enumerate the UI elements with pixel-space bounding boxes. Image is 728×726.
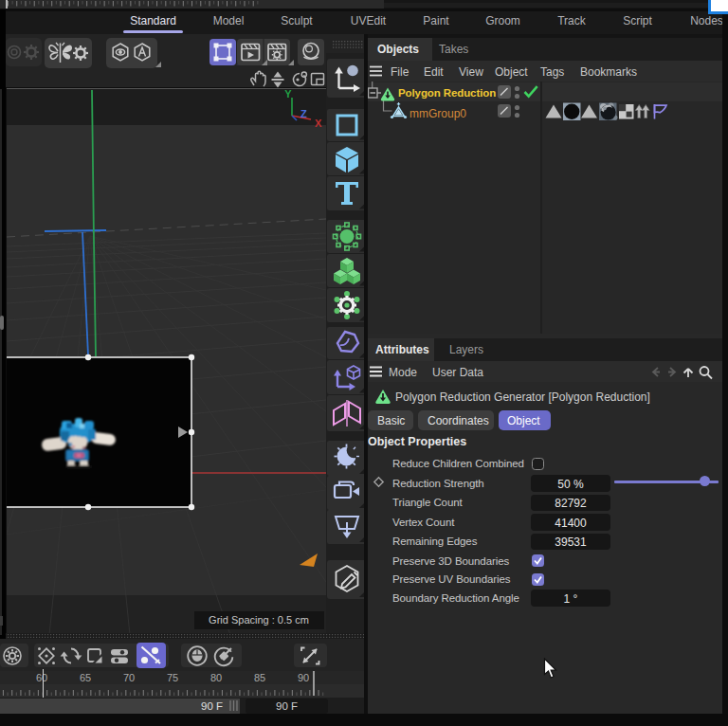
svg-text:Y: Y (284, 89, 292, 100)
svg-text:Z: Z (300, 108, 307, 119)
svg-text:X: X (315, 118, 322, 129)
svg-text:Grid Spacing : 0.5 cm: Grid Spacing : 0.5 cm (209, 614, 309, 626)
